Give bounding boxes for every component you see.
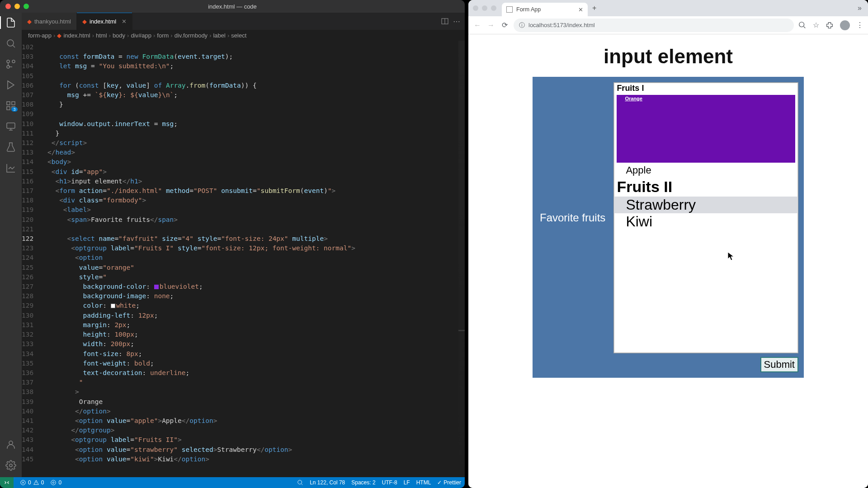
minimize-window-button[interactable]: [482, 5, 487, 11]
extensions-icon[interactable]: 3: [5, 99, 17, 112]
svg-point-16: [799, 22, 804, 27]
close-tab-icon[interactable]: ✕: [578, 6, 583, 13]
cursor-position[interactable]: Ln 122, Col 78: [310, 479, 345, 486]
zoom-indicator-icon[interactable]: [798, 21, 807, 29]
svg-point-13: [53, 482, 55, 483]
forward-button[interactable]: →: [486, 21, 495, 29]
ports-status[interactable]: 0: [50, 479, 61, 486]
graph-icon[interactable]: [5, 162, 17, 174]
svg-point-10: [9, 464, 12, 467]
rendered-page: input element Favorite fruits Fruits I O…: [468, 34, 868, 488]
close-tab-icon[interactable]: ✕: [122, 18, 127, 25]
page-heading: input element: [604, 45, 733, 68]
svg-point-3: [7, 60, 9, 63]
tab-thankyou[interactable]: ◆ thankyou.html: [22, 13, 77, 30]
editor-tabs: ◆ thankyou.html ◆ index.html ✕ ⋯: [22, 13, 465, 30]
encoding-status[interactable]: UTF-8: [382, 479, 397, 486]
activity-bar: 3: [0, 13, 22, 477]
submit-button[interactable]: Submit: [760, 357, 798, 372]
settings-gear-icon[interactable]: [5, 459, 17, 472]
chrome-menu-icon[interactable]: ⋮: [856, 21, 863, 29]
eol-status[interactable]: LF: [404, 479, 410, 486]
remote-indicator[interactable]: [0, 477, 14, 488]
editor-area: ◆ thankyou.html ◆ index.html ✕ ⋯ form-ap…: [22, 13, 465, 477]
status-bar: 0 0 0 Ln 122, Col 78 Spaces: 2 UTF-8 LF …: [0, 477, 465, 488]
option-apple[interactable]: Apple: [614, 164, 798, 177]
url-text: localhost:5173/index.html: [528, 22, 595, 28]
explorer-icon[interactable]: [5, 16, 17, 29]
extensions-badge: 3: [11, 107, 17, 112]
split-editor-icon[interactable]: [441, 18, 448, 25]
vscode-titlebar: index.html — code: [0, 0, 465, 13]
optgroup-label: Fruits I: [614, 83, 798, 94]
field-label: Favorite fruits: [538, 82, 605, 353]
prettier-status[interactable]: ✓ Prettier: [437, 479, 461, 486]
source-control-icon[interactable]: [5, 58, 17, 70]
tab-label: thankyou.html: [34, 18, 71, 25]
vscode-window: index.html — code 3: [0, 0, 465, 488]
new-tab-button[interactable]: +: [588, 4, 601, 12]
testing-icon[interactable]: [5, 141, 17, 154]
svg-point-14: [51, 480, 56, 485]
zoom-status[interactable]: [297, 479, 303, 486]
expand-tabs-icon[interactable]: »: [851, 4, 868, 12]
search-icon[interactable]: [5, 37, 17, 50]
html-file-icon: ◆: [27, 18, 32, 25]
tab-label: index.html: [90, 18, 116, 25]
browser-tab[interactable]: Form App ✕: [502, 3, 588, 16]
tab-title: Form App: [516, 6, 541, 13]
svg-point-1: [12, 60, 15, 63]
html-file-icon: ◆: [82, 18, 87, 25]
svg-rect-4: [7, 102, 10, 105]
remote-explorer-icon[interactable]: [5, 120, 17, 133]
window-title: index.html — code: [208, 3, 257, 10]
minimize-window-button[interactable]: [14, 4, 20, 9]
language-status[interactable]: HTML: [416, 479, 431, 486]
breadcrumb[interactable]: form-app› ◆index.html› html› body› div#a…: [22, 30, 465, 41]
address-bar[interactable]: ⓘ localhost:5173/index.html: [514, 19, 794, 32]
form-container: Favorite fruits Fruits I Orange Apple Fr…: [533, 77, 804, 378]
svg-point-9: [9, 441, 13, 445]
minimap[interactable]: [458, 41, 465, 477]
optgroup-label: Fruits II: [614, 177, 798, 197]
browser-tabstrip: Form App ✕ + »: [468, 0, 868, 16]
mouse-cursor-icon: [728, 252, 735, 261]
maximize-window-button[interactable]: [24, 4, 29, 9]
back-button[interactable]: ←: [473, 21, 482, 29]
indentation-status[interactable]: Spaces: 2: [351, 479, 375, 486]
svg-rect-5: [12, 102, 15, 105]
run-debug-icon[interactable]: [5, 79, 17, 91]
option-strawberry[interactable]: Strawberry: [614, 197, 798, 213]
svg-point-0: [7, 40, 14, 46]
page-favicon-icon: [506, 6, 513, 13]
maximize-window-button[interactable]: [491, 5, 496, 11]
svg-point-15: [298, 480, 302, 484]
reload-button[interactable]: ⟳: [500, 21, 509, 29]
problems-status[interactable]: 0 0: [20, 479, 44, 486]
close-window-button[interactable]: [5, 4, 11, 9]
tab-index[interactable]: ◆ index.html ✕: [77, 13, 132, 30]
bookmark-star-icon[interactable]: ☆: [813, 21, 819, 29]
profile-avatar[interactable]: [840, 20, 850, 30]
more-actions-icon[interactable]: ⋯: [453, 17, 460, 26]
account-icon[interactable]: [5, 438, 17, 451]
extensions-puzzle-icon[interactable]: [826, 21, 834, 29]
code-editor[interactable]: 1021031041051061071081091101111121131141…: [22, 41, 465, 477]
window-controls: [0, 4, 29, 9]
option-orange[interactable]: Orange: [617, 95, 795, 163]
browser-window: Form App ✕ + » ← → ⟳ ⓘ localhost:5173/in…: [468, 0, 868, 488]
svg-rect-6: [7, 107, 10, 110]
fruits-select[interactable]: Fruits I Orange Apple Fruits II Strawber…: [613, 82, 798, 353]
option-kiwi[interactable]: Kiwi: [614, 213, 798, 230]
close-window-button[interactable]: [473, 5, 478, 11]
site-info-icon[interactable]: ⓘ: [519, 21, 525, 29]
svg-rect-8: [7, 123, 15, 128]
browser-toolbar: ← → ⟳ ⓘ localhost:5173/index.html ☆ ⋮: [468, 16, 868, 34]
window-controls: [473, 5, 502, 11]
